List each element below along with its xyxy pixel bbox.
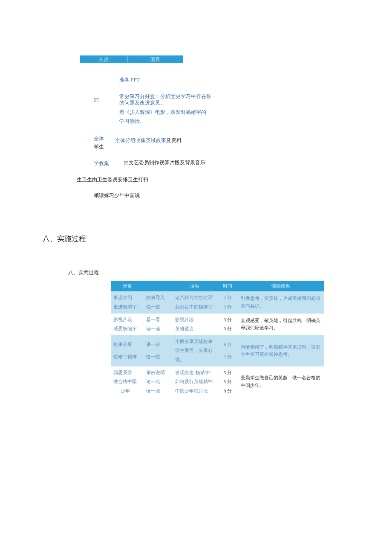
top-table-header: 人员 项目 <box>80 55 324 63</box>
r1b2: 说一说 <box>146 302 165 312</box>
r2a1: 影视片段 <box>113 315 137 325</box>
collect-content: 由文艺委员制作视算片段及背景音乐 <box>124 160 205 166</box>
r2b3: 英雄遗言 <box>175 324 194 334</box>
r4a3: 发现身边"杨靖宇" <box>175 368 213 378</box>
r1a2: 故事导入 <box>146 293 165 302</box>
r2a2: 看一看 <box>146 315 160 325</box>
r4b3: 如何践行英雄精神 <box>175 377 213 386</box>
process-table: 步更 活动 时间 情期效果 事迹介绍 走进杨靖宇 故事导入 说一说 老八路与学生… <box>111 281 324 398</box>
prep-item-hygiene: 生卫生由卫生委员安排卫生打扫 <box>77 176 324 184</box>
r1a4: 2 分 <box>224 293 232 302</box>
r4-effect: 业勤学生做自己的英超，做一名合格的中国少年。 <box>238 366 324 398</box>
r1b3: 我心目中的杨靖宇 <box>175 302 213 312</box>
table-header-row: 步更 活动 时间 情期效果 <box>111 281 324 292</box>
ppt-text: 准各 PPT <box>119 76 324 84</box>
hygiene-text: 卫生由卫生委员安排卫生打扫 <box>82 177 148 183</box>
r4c1: 少年 <box>113 386 137 396</box>
r3a2: 讲一讲 <box>146 340 160 349</box>
table-row: 事迹介绍 走进杨靖宇 故事导入 说一说 老八路与学生对话 我心目中的杨靖宇 2 … <box>111 291 324 313</box>
teacher-line4: 学习热情。 <box>119 117 324 125</box>
r3b1: 悟靖宇精神 <box>113 352 137 362</box>
th-step: 步更 <box>111 281 144 292</box>
th-time: 时间 <box>217 281 238 292</box>
r2b4: 3 分 <box>224 324 232 334</box>
r2a3: 影视片段 <box>175 315 194 325</box>
r2a4: 3 分 <box>224 315 232 325</box>
r1a1: 事迹介绍 <box>113 293 137 302</box>
r3b3a: 学生发言，分享心 <box>175 346 213 355</box>
th-activity: 活动 <box>173 281 218 292</box>
prep-item-read: 领读嫁习少年中国说 <box>94 192 324 200</box>
table-row: 影视片段 感受杨缩宇 看一看 读一读 影视片段 英雄遗言 3 分 3 分 直观感… <box>111 314 324 335</box>
teacher-label: 炜 <box>94 93 119 126</box>
r3b3b: 得。 <box>175 355 213 365</box>
r1b4: 3 分 <box>224 302 232 312</box>
students-content: 全体分组收集英域故事及资料 <box>115 137 182 143</box>
r1a3: 老八路与学生对话 <box>175 293 213 302</box>
students-label2: 学生 <box>94 143 115 151</box>
r4c3: 中国少年说片段 <box>175 386 213 396</box>
teacher-line3: 看《步入辉煌》电影，滚发对杨靖宇的 <box>119 108 324 116</box>
r3a3: 小般分享英雄故事 <box>175 337 213 346</box>
header-col-person: 人员 <box>80 55 127 63</box>
r2-effect: 直观感受，敬英雄，引起共鸣，明确英母我们应该学习。 <box>238 314 324 335</box>
teacher-line1: 常史深习分好愈：分析党史学习中存在鼓 <box>119 93 211 99</box>
r4a4: 5 分 <box>224 368 232 378</box>
r3b4: 2 分 <box>224 352 232 362</box>
header-col-item: 项目 <box>127 55 183 63</box>
read-text: 领读嫁习少年中国说 <box>94 192 324 200</box>
r3-effect: 再恰杨靖宇，明确精神并未过时，引发学生学习英雄精神思考。 <box>238 335 324 366</box>
r2b2: 读一读 <box>146 324 160 334</box>
r4b1: 做合格中国 <box>113 377 137 386</box>
prep-item-ppt: 准各 PPT <box>94 76 324 85</box>
prep-item-collect: 学收集 由文艺委员制作视算片段及背景音乐 <box>94 159 324 168</box>
r1b1: 走进杨靖宇 <box>113 302 137 312</box>
r2b1: 感受杨缩宇 <box>113 324 137 334</box>
r1-effect: 引发思考，学英雄，达成英雄我们必须常尚共识。 <box>238 291 324 313</box>
th-effect: 情期效果 <box>238 281 324 292</box>
r4b4: 5 分 <box>224 377 232 386</box>
r4a1: 我思我学 <box>113 368 137 378</box>
prep-item-students: 全体 学生 全体分组收集英域故事及资料 <box>94 134 324 151</box>
r4c4: 8 分 <box>224 386 232 396</box>
th-blank <box>144 281 172 292</box>
section-8-subtitle: 八、实意过程 <box>68 269 324 276</box>
section-8-title: 八、实施过程 <box>43 234 324 244</box>
collect-label: 学收集 <box>94 159 124 168</box>
r3a4: 8 分 <box>224 340 232 349</box>
students-label1: 全体 <box>94 135 115 143</box>
r4a2: 举例说明 <box>146 368 165 378</box>
hygiene-prefix: 生 <box>77 177 82 183</box>
r4b2: 论一论 <box>146 377 165 386</box>
table-row: 我思我学 做合格中国 少年 举例说明 论一论 读一读 发现身边"杨靖宇" 如何践… <box>111 366 324 398</box>
r4c2: 读一读 <box>146 386 165 396</box>
document-page: 人员 项目 准各 PPT 炜 常史深习分好愈：分析党史学习中存在鼓 的问题及改进… <box>0 0 392 414</box>
prep-list: 准各 PPT 炜 常史深习分好愈：分析党史学习中存在鼓 的问题及改进意见。 看《… <box>94 76 324 200</box>
prep-item-teacher: 炜 常史深习分好愈：分析党史学习中存在鼓 的问题及改进意见。 看《步入辉煌》电影… <box>94 93 324 126</box>
r3b2: 悟一悟 <box>146 352 160 362</box>
table-row: 故事分享 悟靖宇精神 讲一讲 悟一悟 小般分享英雄故事 学生发言，分享心 得。 … <box>111 335 324 366</box>
r3a1: 故事分享 <box>113 340 137 349</box>
